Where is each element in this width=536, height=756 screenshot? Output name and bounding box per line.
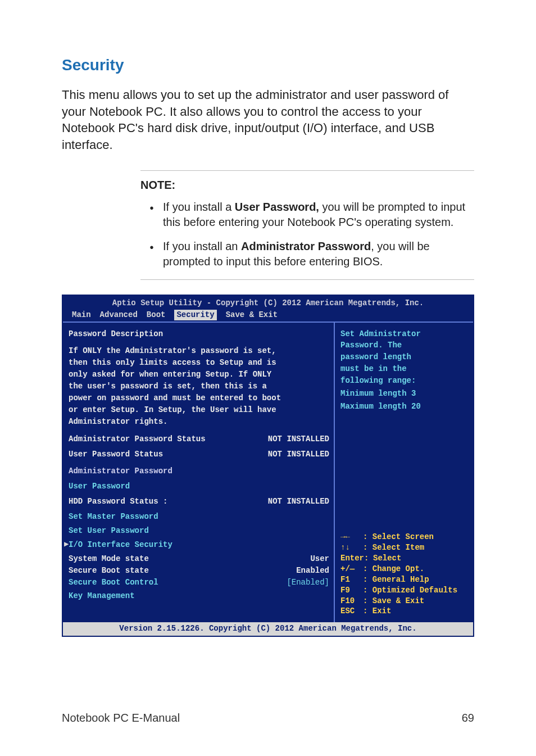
row-value: [Enabled] bbox=[287, 577, 329, 588]
desc-line: password length bbox=[340, 351, 470, 363]
secure-boot-state-row: Secure Boot state Enabled bbox=[69, 565, 329, 577]
bios-key-help: →←: Select Screen ↑↓: Select Item Enter:… bbox=[340, 532, 470, 617]
help-key: Enter: bbox=[340, 553, 373, 564]
note-text-pre: If you install a bbox=[163, 201, 235, 213]
admin-password-item: Administrator Password bbox=[69, 465, 329, 477]
pd-line: If ONLY the Administrator's password is … bbox=[69, 345, 329, 357]
note-block: NOTE: • If you install a User Password, … bbox=[140, 170, 474, 280]
row-value: User bbox=[310, 554, 329, 564]
help-text: : General Help bbox=[363, 574, 429, 585]
row-value: NOT INSTALLED bbox=[268, 434, 329, 445]
help-key: →← bbox=[340, 532, 363, 542]
bios-footer: Version 2.15.1226. Copyright (C) 2012 Am… bbox=[63, 622, 473, 636]
help-key: ESC bbox=[340, 606, 363, 617]
desc-line: Maximum length 20 bbox=[340, 401, 470, 413]
section-intro: This menu allows you to set up the admin… bbox=[62, 87, 474, 153]
bios-tab-advanced: Advanced bbox=[100, 310, 138, 320]
row-value: Enabled bbox=[296, 565, 329, 576]
row-label: Secure Boot state bbox=[69, 565, 149, 576]
note-text-bold: User Password, bbox=[235, 201, 319, 213]
help-key: F9 bbox=[340, 585, 363, 596]
help-text: : Save & Exit bbox=[363, 596, 424, 606]
row-label: System Mode state bbox=[69, 554, 149, 564]
help-key: F10 bbox=[340, 596, 363, 606]
bios-tab-save-exit: Save & Exit bbox=[226, 310, 278, 320]
help-key: ↑↓ bbox=[340, 542, 363, 553]
pd-line: Administrator rights. bbox=[69, 416, 329, 428]
pd-line: then this only limits access to Setup an… bbox=[69, 357, 329, 369]
secure-boot-control-row: Secure Boot Control [Enabled] bbox=[69, 577, 329, 588]
bios-tab-boot: Boot bbox=[147, 310, 166, 320]
pd-title: Password Description bbox=[69, 328, 329, 340]
help-key: +/— bbox=[340, 564, 363, 574]
help-text: : Change Opt. bbox=[363, 564, 424, 574]
pd-line: or enter Setup. In Setup, the User will … bbox=[69, 404, 329, 416]
help-text: Select bbox=[373, 553, 401, 564]
bios-tab-main: Main bbox=[72, 310, 91, 320]
bullet-icon: • bbox=[140, 239, 163, 269]
system-mode-row: System Mode state User bbox=[69, 553, 329, 565]
section-heading: Security bbox=[62, 56, 474, 74]
help-text: : Select Screen bbox=[363, 532, 434, 542]
row-label: HDD Password Status : bbox=[69, 496, 167, 507]
row-label: User Password Status bbox=[69, 449, 163, 460]
pd-line: the user's password is set, then this is… bbox=[69, 381, 329, 392]
desc-line: Set Administrator bbox=[340, 328, 470, 340]
set-user-password: Set User Password bbox=[69, 525, 329, 537]
desc-line: Password. The bbox=[340, 339, 470, 351]
key-management: Key Management bbox=[69, 590, 329, 602]
desc-line: Minimum length 3 bbox=[340, 388, 470, 400]
page-footer: Notebook PC E-Manual 69 bbox=[62, 712, 474, 725]
io-interface-security: I/O Interface Security bbox=[69, 539, 329, 551]
help-text: : Select Item bbox=[363, 542, 424, 553]
hdd-pw-status-row: HDD Password Status : NOT INSTALLED bbox=[69, 496, 329, 508]
bios-left-pane: Password Description If ONLY the Adminis… bbox=[63, 323, 335, 623]
set-master-password: Set Master Password bbox=[69, 511, 329, 523]
help-key: F1 bbox=[340, 574, 363, 585]
bios-screenshot: Aptio Setup Utility - Copyright (C) 2012… bbox=[62, 295, 474, 637]
row-value: NOT INSTALLED bbox=[268, 449, 329, 460]
pd-line: power on password and must be entered to… bbox=[69, 392, 329, 404]
admin-pw-status-row: Administrator Password Status NOT INSTAL… bbox=[69, 433, 329, 445]
row-value: NOT INSTALLED bbox=[268, 496, 329, 507]
desc-line: must be in the bbox=[340, 363, 470, 375]
footer-left: Notebook PC E-Manual bbox=[62, 712, 180, 725]
bios-help-description: Set Administrator Password. The password… bbox=[340, 328, 470, 413]
bios-tabs: Main Advanced Boot Security Save & Exit bbox=[63, 310, 473, 322]
help-text: : Exit bbox=[363, 606, 391, 617]
bios-right-pane: Set Administrator Password. The password… bbox=[335, 323, 473, 623]
row-label: Administrator Password Status bbox=[69, 434, 206, 445]
note-text-bold: Administrator Password bbox=[241, 240, 371, 252]
help-text: : Optimized Defaults bbox=[363, 585, 457, 596]
footer-page-number: 69 bbox=[462, 712, 474, 725]
note-text-pre: If you install an bbox=[163, 240, 241, 252]
note-title: NOTE: bbox=[140, 179, 474, 192]
user-password-item: User Password bbox=[69, 481, 329, 492]
bios-tab-security: Security bbox=[174, 310, 216, 320]
pd-line: only asked for when entering Setup. If O… bbox=[69, 369, 329, 381]
note-item: • If you install an Administrator Passwo… bbox=[140, 239, 474, 269]
bios-header: Aptio Setup Utility - Copyright (C) 2012… bbox=[63, 296, 473, 310]
user-pw-status-row: User Password Status NOT INSTALLED bbox=[69, 449, 329, 460]
row-label: Secure Boot Control bbox=[69, 577, 158, 588]
desc-line: following range: bbox=[340, 375, 470, 387]
bullet-icon: • bbox=[140, 200, 163, 230]
cursor-arrow-icon: ▶ bbox=[64, 539, 69, 550]
note-item: • If you install a User Password, you wi… bbox=[140, 200, 474, 230]
